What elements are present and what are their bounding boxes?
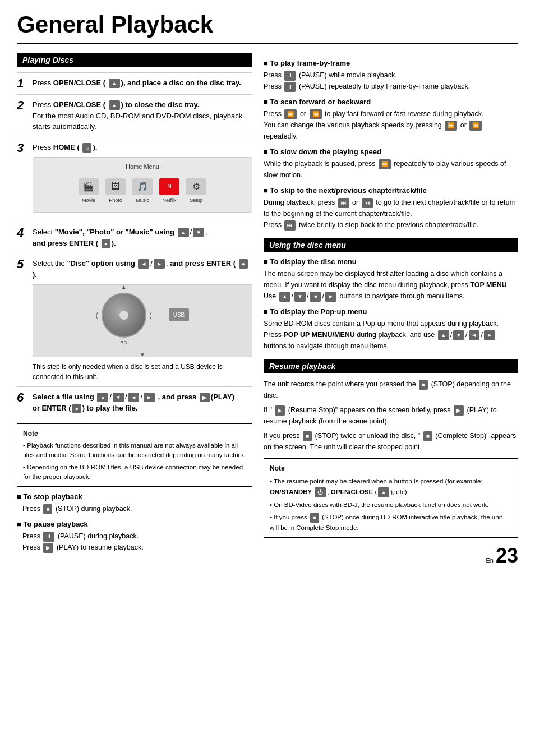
step-5: 5 Select the "Disc" option using ◄/►, an… [17, 253, 252, 386]
note-bullet-2: • Depending on the BD-ROM titles, a USB … [23, 463, 246, 482]
display-disc-menu-header: To display the disc menu [264, 257, 518, 266]
disc-circle [102, 293, 146, 338]
frame-by-frame-content: Press ⏸ (PAUSE) while movie playback. Pr… [264, 70, 518, 92]
music-label: Music [136, 197, 149, 205]
skip-content: During playback, press ⏭ or ⏮ to go to t… [264, 197, 518, 231]
photo-label: Photo [109, 197, 122, 205]
bd-label: BD [96, 339, 152, 347]
step-6: 6 Select a file using ▲/▼/◄/► , and pres… [17, 386, 252, 418]
resume-intro-2: If " ▶ (Resume Stop)" appears on the scr… [264, 404, 518, 427]
resume-section: Resume playback The unit records the poi… [264, 359, 518, 538]
to-pause-content: Press ⏸ (PAUSE) during playback. Press ▶… [22, 531, 252, 553]
step-4-text: Select "Movie", "Photo" or "Music" using… [33, 227, 252, 248]
to-pause-header: To pause playback [17, 520, 252, 528]
note-right-bullet-1: • The resume point may be cleared when a… [270, 476, 512, 497]
page-label: En [486, 557, 493, 566]
note-right-bullet-2: • On BD-Video discs with BD-J, the resum… [270, 500, 512, 510]
left-column: Playing Discs 1 Press OPEN/CLOSE ( ▲), a… [17, 53, 252, 566]
step-1-num: 1 [17, 77, 33, 90]
page-title: General Playback [17, 11, 518, 44]
step-5-text: Select the "Disc" option using ◄/►, and … [33, 258, 252, 382]
note-right-bullet-3: • If you press ■ (STOP) once during BD-R… [270, 512, 512, 533]
movie-label: Movie [82, 197, 95, 205]
slow-down-header: To slow down the playing speed [264, 147, 518, 156]
display-disc-menu-content: The menu screen may be displayed first a… [264, 268, 518, 302]
step5-note: This step is only needed when a disc is … [33, 362, 252, 382]
disc-menu-header: Using the disc menu [264, 238, 518, 252]
setup-icon: ⚙ [186, 178, 206, 195]
step-3-num: 3 [17, 142, 33, 154]
music-icon: 🎵 [132, 178, 153, 195]
home-menu-icons: 🎬 Movie 🖼 Photo 🎵 Music N [38, 175, 247, 208]
disc-image: ▲ ( ) BD USB [33, 284, 252, 357]
step-6-num: 6 [17, 391, 33, 404]
resume-header: Resume playback [264, 359, 518, 373]
step-3: 3 Press HOME ( ⌂). Home Menu 🎬 Movie 🖼 P… [17, 137, 252, 222]
movie-icon: 🎬 [79, 178, 99, 195]
note-title-right: Note [270, 463, 512, 474]
setup-label: Setup [190, 197, 203, 205]
page-number: 23 [496, 546, 518, 566]
resume-intro-3: If you press ■ (STOP) twice or unload th… [264, 430, 518, 453]
menu-icon-setup: ⚙ Setup [186, 178, 206, 205]
resume-intro-1: The unit records the point where you pre… [264, 379, 518, 401]
popup-menu-content: Some BD-ROM discs contain a Pop-up menu … [264, 318, 518, 352]
popup-menu-header: To display the Pop-up menu [264, 307, 518, 316]
step-1-text: Press OPEN/CLOSE ( ▲), and place a disc … [33, 77, 252, 89]
note-title-left: Note [23, 428, 246, 439]
to-pause-section: To pause playback Press ⏸ (PAUSE) during… [17, 520, 252, 553]
disc-menu-section: Using the disc menu To display the disc … [264, 238, 518, 352]
step-2: 2 Press OPEN/CLOSE ( ▲) to close the dis… [17, 94, 252, 137]
menu-icon-music: 🎵 Music [132, 178, 153, 205]
playing-discs-header: Playing Discs [17, 53, 252, 67]
step-4: 4 Select "Movie", "Photo" or "Music" usi… [17, 222, 252, 253]
netflix-label: Netflix [162, 197, 176, 205]
photo-icon: 🖼 [105, 178, 126, 195]
home-menu-title: Home Menu [38, 162, 247, 172]
step-5-num: 5 [17, 258, 33, 270]
netflix-icon: N [159, 178, 179, 195]
page-number-container: En 23 [264, 546, 518, 566]
to-stop-content: Press ■ (STOP) during playback. [22, 503, 252, 514]
to-stop-section: To stop playback Press ■ (STOP) during p… [17, 492, 252, 514]
usb-label: USB [169, 308, 190, 321]
menu-icon-netflix: N Netflix [159, 178, 179, 205]
step-2-text: Press OPEN/CLOSE ( ▲) to close the disc … [33, 99, 252, 132]
note-bullet-1: • Playback functions described in this m… [23, 441, 246, 460]
note-box-right: Note • The resume point may be cleared w… [264, 458, 518, 538]
right-column: To play frame-by-frame Press ⏸ (PAUSE) w… [264, 53, 518, 566]
slow-down-content: While the playback is paused, press ⏩ re… [264, 158, 518, 181]
scan-header: To scan forward or backward [264, 98, 518, 106]
skip-header: To skip to the next/previous chapter/tra… [264, 186, 518, 195]
step-3-text: Press HOME ( ⌂). Home Menu 🎬 Movie 🖼 Pho… [33, 142, 252, 218]
menu-icon-movie: 🎬 Movie [79, 178, 99, 205]
step-4-num: 4 [17, 227, 33, 239]
home-menu-image: Home Menu 🎬 Movie 🖼 Photo 🎵 Music [33, 157, 252, 213]
menu-icon-photo: 🖼 Photo [105, 178, 126, 205]
note-box-left: Note • Playback functions described in t… [17, 423, 252, 487]
step-1: 1 Press OPEN/CLOSE ( ▲), and place a dis… [17, 72, 252, 94]
frame-by-frame-header: To play frame-by-frame [264, 59, 518, 67]
step-6-text: Select a file using ▲/▼/◄/► , and press … [33, 391, 252, 413]
scan-content: Press ⏩ or ⏪ to play fast forward or fas… [264, 108, 518, 142]
step-2-num: 2 [17, 99, 33, 112]
to-stop-header: To stop playback [17, 492, 252, 501]
